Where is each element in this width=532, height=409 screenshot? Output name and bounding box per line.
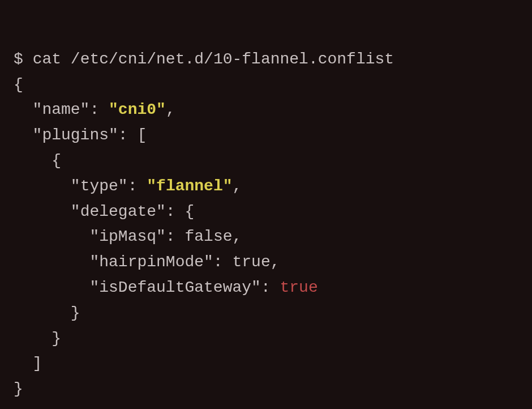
colon: : xyxy=(118,126,128,144)
json-plugins-key: "plugins" xyxy=(33,126,118,144)
json-open-brace: { xyxy=(14,76,23,93)
json-gateway-key: "isDefaultGateway" xyxy=(89,279,260,296)
colon: : xyxy=(166,228,175,245)
prompt-line: $ cat /etc/cni/net.d/10-flannel.conflist xyxy=(14,50,394,68)
prompt-symbol: $ xyxy=(14,50,23,68)
colon: : xyxy=(213,253,223,271)
colon: : xyxy=(166,203,175,220)
json-name-value: "cni0" xyxy=(109,101,166,118)
json-hairpin-value: true xyxy=(232,253,270,271)
json-ipmasq-value: false xyxy=(185,228,232,245)
json-name-key: "name" xyxy=(33,101,90,118)
json-open-bracket: [ xyxy=(137,126,147,144)
comma: , xyxy=(232,228,242,245)
json-plugin-close: } xyxy=(52,330,61,347)
json-close-brace: } xyxy=(14,380,23,398)
colon: : xyxy=(128,177,138,195)
json-gateway-value: true xyxy=(280,279,318,296)
colon: : xyxy=(89,101,99,118)
json-type-key: "type" xyxy=(71,177,128,195)
json-plugin-open: { xyxy=(52,152,61,169)
json-delegate-close: } xyxy=(71,304,80,322)
json-type-value: "flannel" xyxy=(147,177,232,195)
comma: , xyxy=(271,253,280,271)
json-delegate-open: { xyxy=(185,203,194,220)
comma: , xyxy=(166,101,175,118)
json-ipmasq-key: "ipMasq" xyxy=(89,228,165,245)
terminal-output: $ cat /etc/cni/net.d/10-flannel.conflist… xyxy=(14,22,518,402)
json-close-bracket: ] xyxy=(33,355,42,372)
colon: : xyxy=(261,279,271,296)
json-delegate-key: "delegate" xyxy=(71,203,166,220)
command-text: cat /etc/cni/net.d/10-flannel.conflist xyxy=(33,50,394,68)
json-hairpin-key: "hairpinMode" xyxy=(89,253,213,271)
comma: , xyxy=(233,177,242,195)
